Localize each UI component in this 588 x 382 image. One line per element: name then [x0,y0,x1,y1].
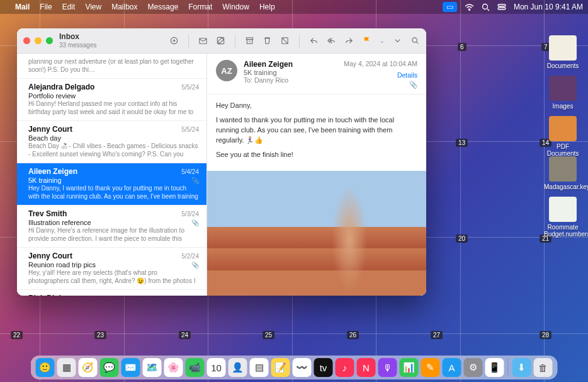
dock-iphone[interactable]: 📱 [485,358,504,377]
viewer-to-label: To: [244,76,252,84]
dock-notes[interactable]: 📝 [271,358,290,377]
dock-maps[interactable]: 🗺️ [143,358,162,377]
msg-preview: Hi Danny, Here's a reference image for t… [28,227,199,243]
desktop-icon-pdf-documents[interactable]: PDF Documents [544,116,582,157]
dock-appstore[interactable]: A [443,358,461,377]
msg-subject: Beach day [28,134,199,142]
dock-safari[interactable]: 🧭 [79,358,98,377]
wifi-icon[interactable] [465,4,474,11]
grid-label: 26 [347,331,359,339]
msg-preview: planning our next adventure (or at least… [28,58,199,74]
message-row[interactable]: Jenny Court5/2/24Reunion road trip picsH… [17,248,206,290]
forward-icon[interactable] [344,36,354,45]
details-link[interactable]: Details [344,71,417,79]
hero-image [207,171,426,296]
dock-tv[interactable]: tv [314,358,333,377]
message-list[interactable]: planning our next adventure (or at least… [17,54,207,296]
menu-view[interactable]: View [85,3,101,11]
msg-date: 5/2/24 [181,253,199,260]
desktop-icon-label: Madagascar.key [544,183,582,190]
titlebar: Inbox 33 messages ⌄ [17,28,426,54]
message-row[interactable]: Alejandra Delgado5/5/24Portfolio reviewH… [17,79,206,121]
menu-format[interactable]: Format [188,3,212,11]
msg-date: 5/4/24 [181,168,199,175]
menu-edit[interactable]: Edit [62,3,76,11]
new-message-icon[interactable] [216,36,225,45]
desktop-icon-label: Images [544,103,582,110]
junk-icon[interactable] [280,36,290,45]
window-minimize[interactable] [35,37,42,44]
dock-messages[interactable]: 💬 [100,358,119,377]
dock-launchpad[interactable]: ▦ [57,358,76,377]
message-row[interactable]: Jenny Court5/5/24Beach dayBeach Day 🏖 - … [17,121,206,163]
dock-contacts[interactable]: 👤 [229,358,247,377]
filter-icon[interactable] [169,36,179,45]
message-row[interactable]: Trev Smith5/3/24Illustration referenceHi… [17,205,206,248]
viewer-date: May 4, 2024 at 10:04 AM [344,60,417,67]
viewer-paragraph: Hey Danny, [216,101,417,111]
mail-window: Inbox 33 messages ⌄ planning our next ad… [17,28,426,296]
desktop-icon-documents[interactable]: Documents [544,35,582,69]
dock-facetime[interactable]: 📹 [186,358,205,377]
flag-chevron-icon[interactable]: ⌄ [380,38,385,44]
dock-settings[interactable]: ⚙︎ [464,358,483,377]
dock-downloads[interactable]: ⬇︎ [512,358,531,377]
window-close[interactable] [23,37,30,44]
svg-point-0 [469,9,470,10]
grid-label: 23 [94,331,106,339]
menu-mailbox[interactable]: Mailbox [111,3,137,11]
svg-rect-3 [498,8,506,9]
dock-photos[interactable]: 🌸 [164,358,183,377]
grid-label: 28 [540,331,551,339]
desktop-icon-images[interactable]: Images [544,76,582,110]
dock-news[interactable]: N [357,358,376,377]
dock-music[interactable]: ♪ [336,358,354,377]
dock-finder[interactable]: 🙂 [36,358,55,377]
message-row[interactable]: Rich Dinh4/28/24Trip to Zion National Pa… [17,290,206,296]
control-center-icon[interactable] [497,4,506,10]
msg-preview: Hey, y'all! Here are my selects (that's … [28,269,199,285]
dock-reminders[interactable]: ▤ [250,358,269,377]
dock-freeform[interactable]: 〰️ [293,358,312,377]
paperclip-icon: 📎 [191,219,199,226]
dock-mail[interactable]: ✉️ [122,358,140,377]
viewer-from: Aileen Zeigen [244,60,337,69]
menu-file[interactable]: File [40,3,52,11]
msg-preview: Hi Danny! Herland passed me your contact… [28,100,199,116]
desktop-icon-madagascar-key[interactable]: Madagascar.key [544,156,582,190]
dock-podcasts[interactable]: 🎙 [378,358,397,377]
dock-trash[interactable]: 🗑 [534,358,553,377]
search-icon[interactable] [410,36,420,45]
grid-label: 13 [456,139,468,147]
menu-window[interactable]: Window [222,3,249,11]
reply-icon[interactable] [309,36,319,45]
viewer-to: Danny Rico [254,76,288,84]
flag-icon[interactable] [362,36,371,45]
desktop-icon-roommate-budget-numbers[interactable]: Roommate Budget.numbers [544,197,582,238]
msg-from: Jenny Court [28,252,72,260]
message-row[interactable]: planning our next adventure (or at least… [17,54,206,79]
grid-label: 24 [179,331,191,339]
app-name[interactable]: Mail [15,3,30,11]
reply-all-icon[interactable] [327,36,336,45]
msg-subject: Illustration reference [28,219,199,226]
dock-numbers[interactable]: 📊 [400,358,419,377]
message-row[interactable]: Aileen Zeigen5/4/245K trainingHey Danny,… [17,163,206,205]
menu-help[interactable]: Help [259,3,275,11]
dock-calendar[interactable]: 10 [207,358,226,377]
spotlight-icon[interactable] [482,3,490,11]
clock[interactable]: Mon Jun 10 9:41 AM [514,3,583,11]
menu-message[interactable]: Message [148,3,179,11]
dock[interactable]: 🙂▦🧭💬✉️🗺️🌸📹10👤▤📝〰️tv♪N🎙📊✎A⚙︎📱⬇︎🗑 [31,356,558,379]
grid-label: 27 [431,331,443,339]
window-zoom[interactable] [46,37,53,44]
archive-icon[interactable] [245,36,254,45]
screen-mirroring-icon[interactable]: ▭ [443,2,457,12]
grid-label: 6 [458,43,466,51]
dock-pages[interactable]: ✎ [421,358,440,377]
menubar[interactable]: Mail File Edit View Mailbox Message Form… [0,0,588,14]
attachment-icon: 📎 [344,81,417,89]
trash-icon[interactable] [263,36,272,45]
compose-icon[interactable] [198,36,208,45]
more-icon[interactable] [393,36,402,45]
